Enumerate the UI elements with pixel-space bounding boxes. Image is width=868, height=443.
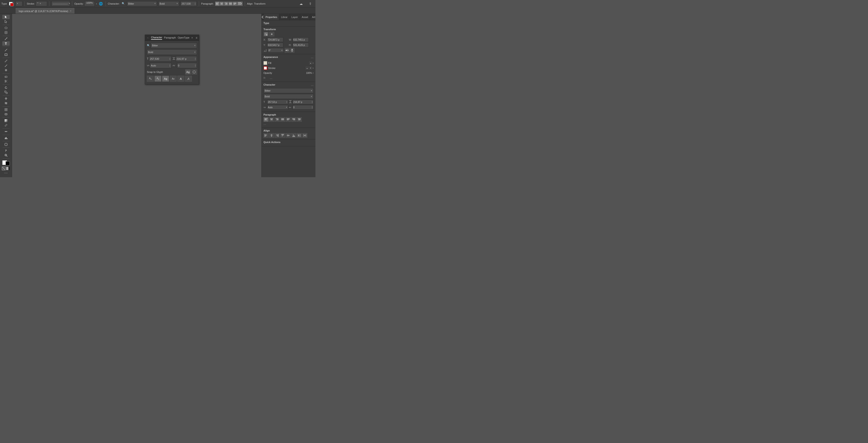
flip-horizontal-icon[interactable] [285,48,289,53]
align-force-justify-icon[interactable] [233,2,237,6]
glyph-ax-btn[interactable]: Ax [147,76,154,82]
font-search-icon[interactable]: 🔍 [121,1,126,6]
fill-swatch[interactable] [264,61,267,65]
para-align-right-btn[interactable] [275,117,280,122]
font-style-dropdown[interactable]: Bold ▼ [158,1,179,6]
eraser-tool[interactable] [2,74,10,79]
align-button[interactable]: Align [247,2,253,5]
fx-button[interactable]: fx [264,76,268,80]
blend-tool[interactable] [2,130,10,134]
panel-tab-libraries[interactable]: Librar [279,14,289,20]
char-panel-tracking-input[interactable]: Auto ▲▼ [150,63,171,68]
eyedropper-tool[interactable] [2,123,10,127]
direct-select-tool[interactable] [2,20,10,24]
align-center-icon[interactable] [220,2,224,6]
align-left-edge-btn[interactable] [264,133,269,138]
opacity-expand-btn[interactable]: › [313,71,314,74]
variable-width-dropdown[interactable]: —————— ▼ [52,1,70,6]
para-align-center-right-btn[interactable] [297,117,302,122]
artboard-tool[interactable] [2,142,10,146]
panel-collapse-btn[interactable] [261,14,264,20]
char-panel-tab-character[interactable]: Character [151,36,162,40]
width-tool[interactable] [2,97,10,101]
gradient-tool[interactable] [2,118,10,123]
char-panel-kerning-input[interactable]: 0 ▲▼ [177,63,197,68]
angle-input[interactable]: 0° ▼ [268,48,284,53]
blob-brush-tool[interactable] [2,68,10,72]
rotate-tool[interactable] [2,30,10,35]
panel-tab-asset[interactable]: Asset [300,14,310,20]
y-input[interactable] [267,43,283,47]
profile-icon[interactable]: 🌐 [98,1,103,6]
zoom-tool[interactable] [2,153,10,158]
char-prop-style-dropdown[interactable]: Bold ▼ [264,94,314,99]
stroke-spinner-down[interactable]: ▼ [309,67,312,69]
stroke-spinner-up[interactable]: ▲ [306,67,309,69]
x-input[interactable] [267,37,283,42]
distribute-left-btn[interactable] [297,133,302,138]
para-align-center-btn[interactable] [269,117,274,122]
glyph-ax2-btn[interactable]: Ax [154,76,161,82]
stroke-swatch[interactable] [264,66,267,70]
para-align-justify-btn[interactable] [280,117,285,122]
lasso-tool[interactable] [2,26,10,30]
char-prop-kerning-input[interactable]: 0 ▲▼ [292,105,314,110]
stroke-color-swatch[interactable] [5,161,10,165]
flip-vertical-icon[interactable] [290,48,294,53]
font-size-field[interactable]: 257,530 ▲ ▼ [181,1,197,6]
hand-tool[interactable] [2,148,10,153]
fill-stroke-control[interactable]: ▼ [8,1,22,6]
snap-ag-icon[interactable]: Ag [185,69,191,74]
pencil-tool[interactable] [2,63,10,68]
char-panel-tab-paragraph[interactable]: Paragraph [164,36,176,39]
h-input[interactable] [292,43,309,47]
opacity-expand[interactable]: › [96,2,97,5]
share-icon[interactable]: ⇪ [307,0,314,7]
align-top-edge-btn[interactable] [280,133,285,138]
stroke-dropdown[interactable]: ⌃ ▼ [36,1,47,6]
glyph-ag-box-btn[interactable]: Ag [162,76,169,82]
glyph-ax3-btn[interactable]: Ax [170,76,177,82]
para-align-justify-all-btn[interactable] [286,117,291,122]
align-left-icon[interactable] [215,2,219,6]
type-tool[interactable]: T [2,41,10,46]
snap-info-icon[interactable]: i [191,69,197,74]
transform-point-icon[interactable] [264,32,269,36]
scissors-tool[interactable] [2,79,10,83]
w-input[interactable] [292,37,309,42]
char-panel-style-dropdown[interactable]: Bold ▼ [147,49,197,55]
stroke-arrow-dropdown[interactable]: ▼ [16,1,22,6]
shape-builder-tool[interactable] [2,112,10,116]
char-prop-font-dropdown[interactable]: Bitter ▼ [264,88,314,93]
appearance-more-btn[interactable]: ··· [311,56,314,60]
panel-tab-layers[interactable]: Layer [289,14,300,20]
fill-expand-btn[interactable]: › [313,61,314,65]
transform-button[interactable]: Transform [254,2,266,5]
stroke-expand-btn[interactable]: › [313,66,314,70]
cloud-icon[interactable]: ☁ [298,0,305,7]
char-panel-font-input[interactable]: Bitter ▼ [151,43,197,48]
more-tools-dots[interactable]: ··· [4,171,8,175]
appearance-add-btn[interactable]: ··· [270,77,273,80]
paintbrush-tool[interactable] [2,59,10,63]
glyph-a-italic-btn[interactable]: A [185,76,192,82]
pen-tool[interactable] [2,37,10,41]
free-transform-tool[interactable] [2,107,10,112]
glyph-a-bold-btn[interactable]: A [177,76,184,82]
font-name-dropdown[interactable]: Bitter ▼ [127,1,157,6]
align-right-icon[interactable] [224,2,228,6]
panel-tab-artboard[interactable]: Artbc [310,14,315,20]
char-panel-size-input[interactable]: 257,530 ▲▼ [149,56,171,62]
transform-link-icon[interactable] [269,32,274,36]
gradient-color-icon[interactable] [6,167,10,170]
rectangle-tool[interactable] [2,53,10,57]
char-prop-size-input[interactable]: 257,53 p ▲▼ [267,100,288,104]
none-icon[interactable] [2,167,5,170]
align-bottom-edge-btn[interactable] [291,133,296,138]
char-prop-leading-input[interactable]: 216,97 p ▲▼ [292,100,314,104]
align-right-edge-btn[interactable] [275,133,280,138]
distribute-more-btn[interactable] [302,133,307,138]
align-justify-icon[interactable] [228,2,232,6]
char-panel-tab-opentype[interactable]: OpenType [178,36,190,39]
tab-close-button[interactable]: × [70,10,71,12]
